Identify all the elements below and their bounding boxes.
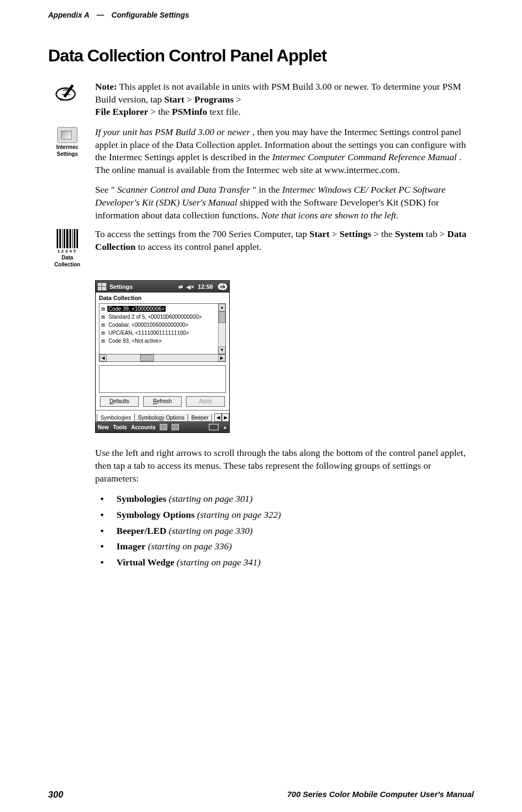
details-pane [99,365,226,393]
access-body2: tab > [426,228,447,239]
note-gt1: > [187,94,194,105]
see-paragraph: See " Scanner Control and Data Transfer … [95,184,474,222]
connectivity-icon[interactable]: ⇄ [178,284,183,290]
apply-button[interactable]: Apply [186,396,225,407]
bullet-bold: Symbologies [116,493,166,504]
device-screenshot: Settings ⇄ ◀× 12:58 ok Data Collection ⊞… [95,275,474,447]
intermec-label2: Settings [57,151,77,157]
note-psminfo: PSMinfo [172,106,207,117]
intermec-lead: If your unit has PSM Build 3.00 or newer [95,127,250,137]
horizontal-scrollbar[interactable]: ◀ ▶ [99,354,226,362]
access-system: System [395,228,423,239]
scroll-left-icon[interactable]: ◀ [99,354,107,361]
access-block: 12345 Data Collection To access the sett… [48,228,474,267]
tree-row[interactable]: ⊞UPC/EAN, <1111000111111100> [100,329,224,337]
bullet-italic: (starting on page 336) [145,541,231,551]
header-left: Appendix A — Configurable Settings [48,11,189,19]
tree-view[interactable]: ⊞Code 39, <100000006> ⊞Standard 2 of 5, … [99,303,226,354]
bullet-bold: Symbology Options [116,509,194,520]
tree-item-label: UPC/EAN, <1111000111111100> [107,330,190,336]
intermec-icon-col: Intermec Settings [48,126,87,177]
intermec-ref: Intermec Computer Command Reference Manu… [272,152,456,162]
access-body3: to access its control panel applet. [138,241,261,252]
list-item: Symbology Options (starting on page 322) [95,507,474,523]
button-row: DDefaultsefaults RefreshRefresh Apply [96,393,229,410]
tree-item-label: Codabar, <00001006000000000> [107,322,190,328]
access-start: Start [309,228,330,239]
scroll-thumb[interactable] [219,311,225,323]
svg-rect-1 [64,84,74,98]
tree-row[interactable]: ⊞Code 39, <100000006> [100,305,224,313]
see2: " in the [253,184,282,195]
scroll-down-icon[interactable]: ▼ [219,346,225,354]
clock-label: 12:58 [198,283,213,290]
header-sep: — [91,11,110,19]
titlebar-label: Settings [110,283,133,290]
page-title: Data Collection Control Panel Applet [48,46,474,66]
bullet-italic: (starting on page 322) [194,509,281,520]
bullet-italic: (starting on page 330) [166,525,252,536]
note-programs: Programs [194,94,234,105]
scroll-up-icon[interactable]: ▲ [219,304,225,311]
keyboard-icon[interactable] [209,424,219,430]
chapter-label: Configurable Settings [112,11,189,19]
vertical-scrollbar[interactable]: ▲ ▼ [218,304,225,354]
access-gt2: > the [373,228,395,239]
tab-right-arrow-icon[interactable]: ▶ [222,413,229,422]
note-gt3: > the [151,106,172,117]
tab-symbology-options[interactable]: Symbology Options [134,414,188,422]
scroll-right-icon[interactable]: ▶ [218,354,225,361]
menu-new[interactable]: New [98,424,109,430]
tree-item-label: Code 93, <Not active> [107,338,163,344]
note-icon-col [48,81,87,119]
tab-beeper[interactable]: Beeper [188,414,212,422]
panel-title: Data Collection [96,293,229,302]
note-gt2: > [236,94,241,105]
windows-flag-icon[interactable] [98,283,106,290]
bottom-bar: New Tools Accounts ▲ [96,422,229,432]
manual-title: 700 Series Color Mobile Computer User's … [287,790,474,800]
after-shot-paragraph: Use the left and right arrows to scroll … [95,447,474,485]
tab-left-arrow-icon[interactable]: ◀ [214,413,222,422]
titlebar: Settings ⇄ ◀× 12:58 ok [96,281,229,293]
tree-row[interactable]: ⊞Codabar, <00001006000000000> [100,321,224,329]
menu-accounts[interactable]: Accounts [131,424,156,430]
tree-row[interactable]: ⊞Code 93, <Not active> [100,337,224,345]
access-body1: To access the settings from the 700 Seri… [95,228,309,239]
bullet-bold: Beeper/LED [116,525,166,536]
note-pencil-icon [54,82,80,105]
device-screen: Settings ⇄ ◀× 12:58 ok Data Collection ⊞… [95,280,230,433]
tree-item-label: Code 39, <100000006> [107,306,166,312]
menu-tools[interactable]: Tools [113,424,127,430]
intermec-settings-icon: Intermec Settings [56,127,79,157]
note-label: Note: [95,81,117,92]
intermec-block: Intermec Settings If your unit has PSM B… [48,126,474,177]
mail-icon[interactable] [160,424,167,430]
volume-icon[interactable]: ◀× [186,284,195,290]
list-item: Imager (starting on page 336) [95,539,474,555]
sip-caret-icon[interactable]: ▲ [223,425,227,430]
tree-row[interactable]: ⊞Standard 2 of 5, <0001006000000000> [100,313,224,321]
list-item: Symbologies (starting on page 301) [95,491,474,507]
bullet-bold: Virtual Wedge [116,557,174,567]
data-collection-barcode-icon: 12345 Data Collection [54,229,80,267]
barcode-label2: Collection [54,262,80,267]
refresh-button[interactable]: RefreshRefresh [143,396,182,407]
intermec-text: If your unit has PSM Build 3.00 or newer… [95,126,474,177]
note-text: Note: This applet is not available in un… [95,81,474,119]
defaults-button[interactable]: DDefaultsefaults [100,396,139,407]
barcode-bars-icon [56,229,79,248]
ok-button[interactable]: ok [218,283,227,290]
note-tail: text file. [209,106,240,117]
bullet-bold: Imager [116,541,145,551]
tab-symbologies[interactable]: Symbologies [97,414,135,422]
page-header: Appendix A — Configurable Settings [48,11,474,19]
note-start: Start [164,94,184,105]
barcode-label1: Data [61,255,73,261]
bullet-italic: (starting on page 341) [174,557,260,567]
bullet-list: Symbologies (starting on page 301) Symbo… [95,491,474,571]
list-item: Beeper/LED (starting on page 330) [95,523,474,539]
contacts-icon[interactable] [172,424,179,430]
note-block: Note: This applet is not available in un… [48,81,474,119]
scroll-thumb[interactable] [140,354,154,361]
